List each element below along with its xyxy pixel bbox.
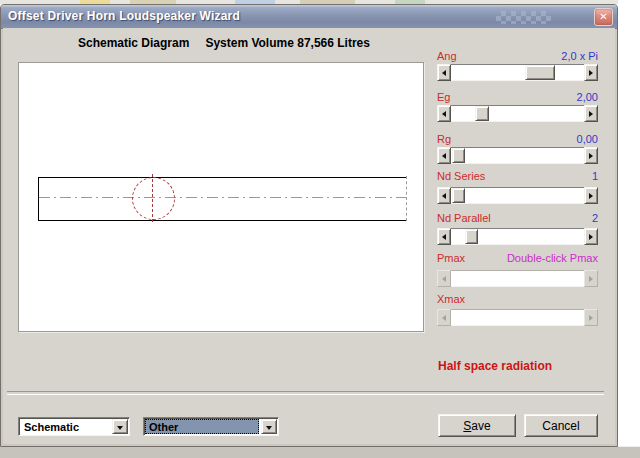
view-mode-combobox[interactable]: Schematic <box>18 417 130 436</box>
driver-position-axis-line <box>152 174 153 222</box>
titlebar-pattern <box>496 11 551 24</box>
rg-row: Rg 0,00 <box>437 133 598 145</box>
arrow-left-icon <box>442 234 446 240</box>
slider-track[interactable] <box>451 64 584 81</box>
scroll-left-button[interactable] <box>437 64 451 81</box>
scroll-left-button <box>437 309 451 326</box>
nd-series-slider[interactable] <box>437 187 598 204</box>
nd-series-row: Nd Series 1 <box>437 170 598 182</box>
scroll-left-button[interactable] <box>437 228 451 245</box>
slider-thumb[interactable] <box>452 188 465 203</box>
pmax-hint[interactable]: Double-click Pmax <box>507 252 598 264</box>
xmax-label: Xmax <box>437 293 465 305</box>
rg-slider[interactable] <box>437 147 598 164</box>
slider-track[interactable] <box>451 147 584 164</box>
duct-center-axis-line <box>39 197 406 198</box>
slider-track <box>451 270 584 287</box>
nd-parallel-label: Nd Parallel <box>437 212 491 224</box>
arrow-left-icon <box>442 111 446 117</box>
slider-thumb[interactable] <box>465 229 478 244</box>
slider-track[interactable] <box>451 105 584 122</box>
close-icon: ✕ <box>599 12 607 22</box>
slider-thumb[interactable] <box>475 106 489 121</box>
scroll-right-button[interactable] <box>584 147 598 164</box>
arrow-left-icon <box>442 153 446 159</box>
slider-thumb[interactable] <box>452 148 465 163</box>
arrow-left-icon <box>442 276 446 282</box>
rg-value: 0,00 <box>577 133 598 145</box>
scroll-right-button[interactable] <box>584 105 598 122</box>
cancel-button[interactable]: Cancel <box>524 414 598 437</box>
slider-thumb[interactable] <box>525 65 555 80</box>
slider-track[interactable] <box>451 228 584 245</box>
system-volume-readout: System Volume 87,566 Litres <box>205 36 370 50</box>
xmax-slider <box>437 309 598 326</box>
eg-row: Eg 2,00 <box>437 91 598 103</box>
ang-row: Ang 2,0 x Pi <box>437 50 598 62</box>
arrow-left-icon <box>442 70 446 76</box>
schematic-panel <box>18 62 424 332</box>
background-window-bottom-strip <box>0 446 640 458</box>
schematic-header: Schematic Diagram System Volume 87,566 L… <box>78 36 370 50</box>
chevron-down-icon <box>266 426 272 430</box>
arrow-right-icon <box>589 193 593 199</box>
ang-label: Ang <box>437 50 457 62</box>
arrow-right-icon <box>589 315 593 321</box>
slider-track[interactable] <box>451 187 584 204</box>
xmax-row: Xmax <box>437 293 598 305</box>
pmax-slider <box>437 270 598 287</box>
scroll-right-button[interactable] <box>584 187 598 204</box>
eg-label: Eg <box>437 91 450 103</box>
horn-duct-outline <box>38 177 407 221</box>
driver-type-value[interactable]: Other <box>145 419 259 434</box>
combo-dropdown-button[interactable] <box>112 419 128 434</box>
footer-divider <box>7 391 604 395</box>
close-button[interactable]: ✕ <box>594 8 613 26</box>
scroll-right-button[interactable] <box>584 228 598 245</box>
nd-series-label: Nd Series <box>437 170 485 182</box>
scroll-right-button <box>584 309 598 326</box>
scroll-right-button <box>584 270 598 287</box>
slider-track <box>451 309 584 326</box>
ang-value: 2,0 x Pi <box>561 50 598 62</box>
chevron-down-icon <box>117 426 123 430</box>
eg-value: 2,00 <box>577 91 598 103</box>
driver-position-circle <box>132 177 175 220</box>
nd-parallel-row: Nd Parallel 2 <box>437 212 598 224</box>
nd-parallel-value: 2 <box>592 212 598 224</box>
eg-slider[interactable] <box>437 105 598 122</box>
arrow-right-icon <box>589 153 593 159</box>
title-bar[interactable]: Offset Driver Horn Loudspeaker Wizard ✕ <box>1 5 617 29</box>
schematic-header-title: Schematic Diagram <box>78 36 189 50</box>
arrow-right-icon <box>589 111 593 117</box>
rg-label: Rg <box>437 133 451 145</box>
scroll-left-button <box>437 270 451 287</box>
dialog-client-area: Schematic Diagram System Volume 87,566 L… <box>3 28 615 444</box>
nd-parallel-slider[interactable] <box>437 228 598 245</box>
cancel-button-label: Cancel <box>542 419 579 433</box>
scroll-left-button[interactable] <box>437 147 451 164</box>
arrow-right-icon <box>589 234 593 240</box>
arrow-left-icon <box>442 193 446 199</box>
scroll-left-button[interactable] <box>437 187 451 204</box>
arrow-right-icon <box>589 276 593 282</box>
pmax-row: Pmax Double-click Pmax <box>437 252 598 264</box>
scroll-right-button[interactable] <box>584 64 598 81</box>
driver-type-combobox[interactable]: Other <box>143 417 279 436</box>
background-window-right-area <box>618 0 640 458</box>
wizard-dialog: Offset Driver Horn Loudspeaker Wizard ✕ … <box>0 4 618 447</box>
ang-slider[interactable] <box>437 64 598 81</box>
combo-dropdown-button[interactable] <box>261 419 277 434</box>
save-button-label: Save <box>463 419 490 433</box>
view-mode-value[interactable]: Schematic <box>20 419 110 434</box>
arrow-right-icon <box>589 70 593 76</box>
horn-duct-mouth-dashed-edge <box>406 176 407 221</box>
arrow-left-icon <box>442 315 446 321</box>
scroll-left-button[interactable] <box>437 105 451 122</box>
save-button[interactable]: Save <box>438 414 516 437</box>
window-title: Offset Driver Horn Loudspeaker Wizard <box>8 9 240 23</box>
pmax-label: Pmax <box>437 252 465 264</box>
radiation-mode-note: Half space radiation <box>438 359 552 373</box>
nd-series-value: 1 <box>592 170 598 182</box>
